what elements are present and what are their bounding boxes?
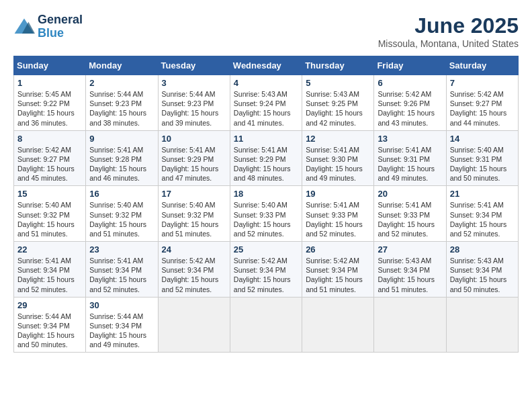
weekday-header: Sunday: [14, 56, 86, 75]
calendar-day-cell: 7Sunrise: 5:42 AMSunset: 9:27 PMDaylight…: [446, 75, 518, 131]
day-info: Sunrise: 5:41 AMSunset: 9:34 PMDaylight:…: [17, 256, 82, 294]
calendar-day-cell: 11Sunrise: 5:41 AMSunset: 9:29 PMDayligh…: [230, 130, 302, 186]
day-info: Sunrise: 5:40 AMSunset: 9:32 PMDaylight:…: [89, 200, 154, 238]
day-number: 27: [378, 244, 442, 255]
day-number: 18: [234, 189, 298, 199]
weekday-header: Monday: [86, 56, 158, 75]
day-number: 1: [17, 78, 82, 88]
day-info: Sunrise: 5:44 AMSunset: 9:34 PMDaylight:…: [89, 312, 154, 350]
day-number: 24: [162, 244, 226, 255]
calendar-day-cell: 16Sunrise: 5:40 AMSunset: 9:32 PMDayligh…: [86, 186, 158, 242]
calendar-day-cell: 21Sunrise: 5:41 AMSunset: 9:34 PMDayligh…: [446, 186, 518, 242]
day-info: Sunrise: 5:41 AMSunset: 9:33 PMDaylight:…: [306, 200, 370, 238]
day-info: Sunrise: 5:43 AMSunset: 9:25 PMDaylight:…: [306, 89, 370, 128]
day-number: 29: [17, 300, 82, 310]
day-number: 3: [162, 78, 226, 88]
day-info: Sunrise: 5:41 AMSunset: 9:34 PMDaylight:…: [450, 200, 515, 238]
day-number: 10: [162, 134, 226, 144]
calendar-day-cell: 27Sunrise: 5:43 AMSunset: 9:34 PMDayligh…: [374, 242, 446, 298]
calendar-day-cell: 6Sunrise: 5:42 AMSunset: 9:26 PMDaylight…: [374, 75, 446, 131]
calendar-day-cell: 30Sunrise: 5:44 AMSunset: 9:34 PMDayligh…: [86, 297, 158, 353]
calendar-week-row: 15Sunrise: 5:40 AMSunset: 9:32 PMDayligh…: [14, 186, 519, 242]
day-number: 13: [378, 134, 442, 144]
day-number: 2: [89, 78, 154, 88]
calendar-day-cell: [158, 297, 230, 353]
calendar-day-cell: 29Sunrise: 5:44 AMSunset: 9:34 PMDayligh…: [14, 297, 86, 353]
day-info: Sunrise: 5:40 AMSunset: 9:32 PMDaylight:…: [162, 200, 226, 238]
day-info: Sunrise: 5:44 AMSunset: 9:34 PMDaylight:…: [17, 312, 82, 350]
day-number: 26: [306, 244, 370, 255]
logo: General Blue: [13, 13, 83, 40]
calendar-day-cell: 14Sunrise: 5:40 AMSunset: 9:31 PMDayligh…: [446, 130, 518, 186]
day-info: Sunrise: 5:42 AMSunset: 9:26 PMDaylight:…: [378, 89, 442, 128]
logo-line2: Blue: [38, 27, 83, 40]
calendar-day-cell: 19Sunrise: 5:41 AMSunset: 9:33 PMDayligh…: [302, 186, 374, 242]
calendar-header-row: SundayMondayTuesdayWednesdayThursdayFrid…: [14, 56, 519, 75]
day-info: Sunrise: 5:41 AMSunset: 9:29 PMDaylight:…: [234, 145, 298, 183]
weekday-header: Thursday: [302, 56, 374, 75]
day-info: Sunrise: 5:45 AMSunset: 9:22 PMDaylight:…: [17, 89, 82, 128]
day-number: 30: [89, 300, 154, 310]
day-number: 5: [306, 78, 370, 88]
calendar-day-cell: [374, 297, 446, 353]
location-label: Missoula, Montana, United States: [378, 38, 519, 49]
calendar-day-cell: 9Sunrise: 5:41 AMSunset: 9:28 PMDaylight…: [86, 130, 158, 186]
day-number: 4: [234, 78, 298, 88]
day-info: Sunrise: 5:42 AMSunset: 9:34 PMDaylight:…: [162, 256, 226, 294]
day-number: 17: [162, 189, 226, 199]
title-block: June 2025 Missoula, Montana, United Stat…: [378, 13, 519, 49]
day-info: Sunrise: 5:40 AMSunset: 9:33 PMDaylight:…: [234, 200, 298, 238]
calendar-day-cell: 4Sunrise: 5:43 AMSunset: 9:24 PMDaylight…: [230, 75, 302, 131]
calendar-day-cell: 23Sunrise: 5:41 AMSunset: 9:34 PMDayligh…: [86, 242, 158, 298]
weekday-header: Wednesday: [230, 56, 302, 75]
day-info: Sunrise: 5:43 AMSunset: 9:34 PMDaylight:…: [450, 256, 515, 294]
day-info: Sunrise: 5:41 AMSunset: 9:30 PMDaylight:…: [306, 145, 370, 183]
day-info: Sunrise: 5:42 AMSunset: 9:34 PMDaylight:…: [306, 256, 370, 294]
day-info: Sunrise: 5:40 AMSunset: 9:32 PMDaylight:…: [17, 200, 82, 238]
calendar-week-row: 1Sunrise: 5:45 AMSunset: 9:22 PMDaylight…: [14, 75, 519, 131]
calendar-day-cell: 17Sunrise: 5:40 AMSunset: 9:32 PMDayligh…: [158, 186, 230, 242]
month-title: June 2025: [378, 13, 519, 38]
calendar-day-cell: 2Sunrise: 5:44 AMSunset: 9:23 PMDaylight…: [86, 75, 158, 131]
day-number: 23: [89, 244, 154, 255]
day-number: 28: [450, 244, 515, 255]
calendar-day-cell: 26Sunrise: 5:42 AMSunset: 9:34 PMDayligh…: [302, 242, 374, 298]
day-number: 12: [306, 134, 370, 144]
calendar-day-cell: 12Sunrise: 5:41 AMSunset: 9:30 PMDayligh…: [302, 130, 374, 186]
calendar-day-cell: 3Sunrise: 5:44 AMSunset: 9:23 PMDaylight…: [158, 75, 230, 131]
day-number: 11: [234, 134, 298, 144]
day-info: Sunrise: 5:41 AMSunset: 9:29 PMDaylight:…: [162, 145, 226, 183]
day-number: 7: [450, 78, 515, 88]
page-header: General Blue June 2025 Missoula, Montana…: [13, 13, 519, 49]
day-info: Sunrise: 5:43 AMSunset: 9:34 PMDaylight:…: [378, 256, 442, 294]
day-number: 16: [89, 189, 154, 199]
day-number: 14: [450, 134, 515, 144]
day-info: Sunrise: 5:41 AMSunset: 9:33 PMDaylight:…: [378, 200, 442, 238]
day-number: 6: [378, 78, 442, 88]
calendar-day-cell: 20Sunrise: 5:41 AMSunset: 9:33 PMDayligh…: [374, 186, 446, 242]
calendar-day-cell: 10Sunrise: 5:41 AMSunset: 9:29 PMDayligh…: [158, 130, 230, 186]
day-info: Sunrise: 5:42 AMSunset: 9:27 PMDaylight:…: [450, 89, 515, 128]
day-info: Sunrise: 5:42 AMSunset: 9:27 PMDaylight:…: [17, 145, 82, 183]
day-number: 21: [450, 189, 515, 199]
day-info: Sunrise: 5:40 AMSunset: 9:31 PMDaylight:…: [450, 145, 515, 183]
calendar-day-cell: 15Sunrise: 5:40 AMSunset: 9:32 PMDayligh…: [14, 186, 86, 242]
day-info: Sunrise: 5:44 AMSunset: 9:23 PMDaylight:…: [89, 89, 154, 128]
calendar-day-cell: 18Sunrise: 5:40 AMSunset: 9:33 PMDayligh…: [230, 186, 302, 242]
calendar-day-cell: [302, 297, 374, 353]
day-number: 19: [306, 189, 370, 199]
day-number: 8: [17, 134, 82, 144]
logo-line1: General: [38, 13, 83, 27]
day-info: Sunrise: 5:44 AMSunset: 9:23 PMDaylight:…: [162, 89, 226, 128]
calendar-week-row: 8Sunrise: 5:42 AMSunset: 9:27 PMDaylight…: [14, 130, 519, 186]
calendar-table: SundayMondayTuesdayWednesdayThursdayFrid…: [13, 56, 519, 353]
calendar-day-cell: 1Sunrise: 5:45 AMSunset: 9:22 PMDaylight…: [14, 75, 86, 131]
calendar-day-cell: 8Sunrise: 5:42 AMSunset: 9:27 PMDaylight…: [14, 130, 86, 186]
logo-icon: [13, 17, 35, 36]
calendar-day-cell: [230, 297, 302, 353]
weekday-header: Friday: [374, 56, 446, 75]
day-number: 9: [89, 134, 154, 144]
day-info: Sunrise: 5:41 AMSunset: 9:28 PMDaylight:…: [89, 145, 154, 183]
day-info: Sunrise: 5:41 AMSunset: 9:31 PMDaylight:…: [378, 145, 442, 183]
day-number: 25: [234, 244, 298, 255]
